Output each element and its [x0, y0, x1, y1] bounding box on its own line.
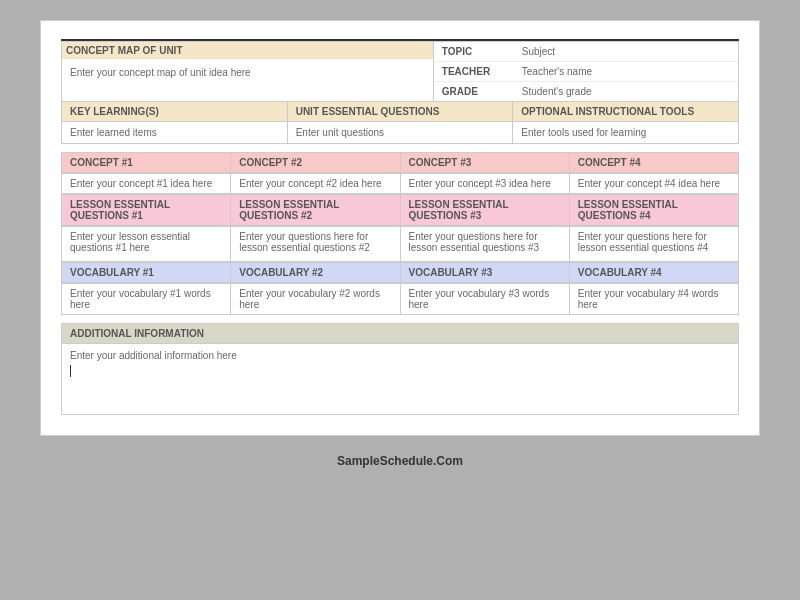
lesson-body-3: Enter your questions here for lesson ess…	[400, 226, 569, 262]
topic-label: TOPIC	[442, 46, 522, 57]
teacher-value: Teacher's name	[522, 66, 592, 77]
vocab-header-row: VOCABULARY #1 VOCABULARY #2 VOCABULARY #…	[61, 262, 739, 283]
topic-row: TOPIC Subject	[434, 42, 738, 62]
key-learning-body-row: Enter learned items Enter unit questions…	[61, 122, 739, 144]
lesson-body-1: Enter your lesson essential questions #1…	[61, 226, 230, 262]
lesson-body-2: Enter your questions here for lesson ess…	[230, 226, 399, 262]
concept-map-cell: CONCEPT MAP OF UNIT Enter your concept m…	[62, 42, 434, 101]
vocab-body-1: Enter your vocabulary #1 words here	[61, 283, 230, 315]
lesson-header-4: LESSON ESSENTIAL QUESTIONS #4	[569, 194, 739, 226]
concept-header-row: CONCEPT #1 CONCEPT #2 CONCEPT #3 CONCEPT…	[61, 152, 739, 173]
concept-body-4: Enter your concept #4 idea here	[569, 173, 739, 194]
additional-body: Enter your additional information here	[62, 344, 738, 414]
kl-header-3: OPTIONAL INSTRUCTIONAL TOOLS	[513, 102, 738, 121]
concept-header-2: CONCEPT #2	[230, 152, 399, 173]
topic-section: TOPIC Subject TEACHER Teacher's name GRA…	[434, 42, 738, 101]
lesson-header-row: LESSON ESSENTIAL QUESTIONS #1 LESSON ESS…	[61, 194, 739, 226]
concept-map-header: CONCEPT MAP OF UNIT	[62, 42, 433, 59]
vocab-header-2: VOCABULARY #2	[230, 262, 399, 283]
lesson-header-1: LESSON ESSENTIAL QUESTIONS #1	[61, 194, 230, 226]
lesson-header-2: LESSON ESSENTIAL QUESTIONS #2	[230, 194, 399, 226]
teacher-label: TEACHER	[442, 66, 522, 77]
vocab-body-3: Enter your vocabulary #3 words here	[400, 283, 569, 315]
vocab-body-2: Enter your vocabulary #2 words here	[230, 283, 399, 315]
additional-header: ADDITIONAL INFORMATION	[62, 324, 738, 344]
vocab-header-1: VOCABULARY #1	[61, 262, 230, 283]
kl-header-2: UNIT ESSENTIAL QUESTIONS	[288, 102, 514, 121]
grade-label: GRADE	[442, 86, 522, 97]
vocab-header-3: VOCABULARY #3	[400, 262, 569, 283]
concept-map-body: Enter your concept map of unit idea here	[70, 64, 425, 81]
teacher-row: TEACHER Teacher's name	[434, 62, 738, 82]
additional-body-text: Enter your additional information here	[70, 350, 237, 361]
footer-label: SampleSchedule.Com	[337, 454, 463, 468]
concept-body-3: Enter your concept #3 idea here	[400, 173, 569, 194]
concept-header-3: CONCEPT #3	[400, 152, 569, 173]
key-learning-header-row: KEY LEARNING(S) UNIT ESSENTIAL QUESTIONS…	[61, 102, 739, 122]
grade-value: Student's grade	[522, 86, 592, 97]
concept-header-4: CONCEPT #4	[569, 152, 739, 173]
kl-body-1: Enter learned items	[62, 122, 288, 143]
top-section: CONCEPT MAP OF UNIT Enter your concept m…	[61, 41, 739, 102]
concept-body-1: Enter your concept #1 idea here	[61, 173, 230, 194]
lesson-body-row: Enter your lesson essential questions #1…	[61, 226, 739, 262]
kl-body-3: Enter tools used for learning	[513, 122, 738, 143]
kl-body-2: Enter unit questions	[288, 122, 514, 143]
cursor-line	[70, 365, 71, 377]
page: CONCEPT MAP OF UNIT Enter your concept m…	[40, 20, 760, 436]
additional-section: ADDITIONAL INFORMATION Enter your additi…	[61, 323, 739, 415]
footer: SampleSchedule.Com	[337, 454, 463, 468]
vocab-header-4: VOCABULARY #4	[569, 262, 739, 283]
vocab-body-4: Enter your vocabulary #4 words here	[569, 283, 739, 315]
lesson-header-3: LESSON ESSENTIAL QUESTIONS #3	[400, 194, 569, 226]
vocab-body-row: Enter your vocabulary #1 words here Ente…	[61, 283, 739, 315]
concept-header-1: CONCEPT #1	[61, 152, 230, 173]
lesson-body-4: Enter your questions here for lesson ess…	[569, 226, 739, 262]
concept-body-row: Enter your concept #1 idea here Enter yo…	[61, 173, 739, 194]
concept-body-2: Enter your concept #2 idea here	[230, 173, 399, 194]
topic-value: Subject	[522, 46, 555, 57]
grade-row: GRADE Student's grade	[434, 82, 738, 101]
concepts-grid: CONCEPT #1 CONCEPT #2 CONCEPT #3 CONCEPT…	[61, 152, 739, 315]
kl-header-1: KEY LEARNING(S)	[62, 102, 288, 121]
